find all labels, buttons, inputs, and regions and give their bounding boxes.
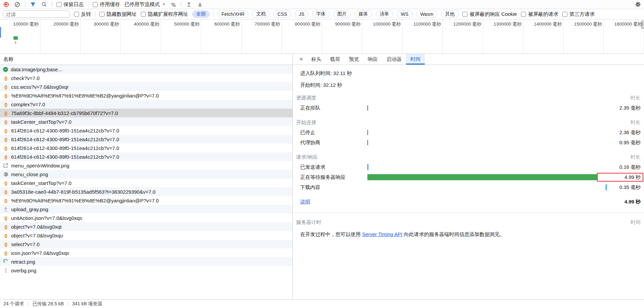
filter-chip-清单[interactable]: 清单 (376, 10, 393, 18)
timing-section-header: 请求/响应时长 (293, 152, 644, 162)
hide-data-urls-checkbox[interactable] (99, 12, 105, 17)
close-details-button[interactable]: × (295, 54, 307, 65)
clear-button[interactable] (14, 1, 21, 8)
name-column-label: 名称 (3, 56, 13, 63)
hide-extension-urls-checkbox[interactable] (141, 12, 146, 17)
request-row[interactable]: {}614f2614-c612-4300-89f0-151ea4c212cb?v… (0, 152, 292, 161)
invert-filter-checkbox[interactable] (74, 12, 79, 17)
filter-chip-Wasm[interactable]: Wasm (416, 10, 437, 18)
settings-button[interactable] (635, 1, 641, 8)
request-row[interactable]: {}icon.json?v=7.0&lsvg0xqv (0, 248, 292, 257)
request-row[interactable]: {}complex?v=7.0 (0, 100, 292, 109)
overview-ruler[interactable]: 100000 毫秒200000 毫秒300000 毫秒400000 毫秒5000… (0, 20, 644, 54)
network-filter-bar: 反转 隐藏数据网址 隐藏扩展程序网址 全部Fetch/XHR文档CSSJS字体图… (0, 9, 644, 20)
request-row[interactable]: {}614f2614-c612-4300-89f0-151ea4c212cb?v… (0, 135, 292, 144)
preserve-log-checkbox[interactable] (56, 2, 62, 7)
overview-time-label: 1300000 毫秒 (493, 21, 521, 27)
request-name: data:image/png;base... (11, 67, 62, 72)
overview-column: 900000 毫秒 (322, 20, 362, 53)
filter-chip-WS[interactable]: WS (397, 10, 413, 18)
request-row[interactable]: {}%E6%9D%A8%E9%87%91%E8%8E%B2@yangjinlia… (0, 196, 292, 205)
filter-chip-字体[interactable]: 字体 (312, 10, 330, 18)
blocked-cookies-checkbox[interactable] (462, 12, 468, 17)
overview-time-label: 500000 毫秒 (174, 21, 200, 27)
image-open-in-window-icon (3, 163, 8, 168)
request-row[interactable]: {}%E6%9D%A8%E9%87%91%E8%8E%B2@yangjinlia… (0, 91, 292, 100)
filter-chip-图片[interactable]: 图片 (333, 10, 351, 18)
filter-toggle-button[interactable] (30, 1, 36, 8)
timing-waterfall-zone (367, 140, 597, 146)
timing-row: 已停止2.36 毫秒 (293, 127, 644, 138)
tab-启动器[interactable]: 启动器 (382, 54, 406, 65)
request-row[interactable]: menu_openInWindow.png (0, 161, 292, 170)
request-row[interactable]: {}taskCenter_startTop?v=7.0 (0, 179, 292, 187)
tab-载荷[interactable]: 载荷 (326, 54, 345, 65)
duration-column-header: 时长 (597, 154, 644, 160)
filter-chip-其他[interactable]: 其他 (441, 10, 458, 18)
request-name: css.wcss?v=7.0&lsvg0xqr (11, 84, 69, 90)
overview-column: 1600000 毫秒 (604, 20, 644, 53)
toolbar-divider (88, 2, 88, 7)
tab-时间[interactable]: 时间 (406, 54, 425, 65)
image-close-icon: × (4, 172, 8, 177)
server-timing-api-link[interactable]: Server Timing API (362, 231, 402, 237)
request-name: menu_close.png (11, 171, 48, 177)
request-row[interactable]: upload_gray.png (0, 205, 292, 214)
overview-column: 600000 毫秒 (201, 20, 242, 53)
request-row[interactable]: retract.png (0, 257, 292, 266)
request-row[interactable]: {}75a69f3c-8bbf-4484-b312-cb795b670f72?v… (0, 109, 292, 117)
timing-footer: 说明 4.99 秒 (293, 197, 644, 207)
throttling-select[interactable]: 已停用节流模式 ▼ (124, 1, 165, 8)
import-har-button[interactable] (186, 1, 192, 8)
overview-column: 800000 毫秒 (282, 20, 322, 53)
request-row[interactable]: {}taskCenter_startTop?v=7.0 (0, 117, 292, 126)
request-row[interactable]: {}unitAction.json?v=7.0&lsvg0xqs (0, 214, 292, 222)
overview-column: 1100000 毫秒 (403, 20, 443, 53)
explanation-link[interactable]: 说明 (300, 199, 310, 204)
request-row[interactable]: {}614f2614-c612-4300-89f0-151ea4c212cb?v… (0, 126, 292, 135)
request-row[interactable]: {}object?v=7.0&lsvg0xqt (0, 222, 292, 231)
request-row[interactable]: {}614f2614-c612-4300-89f0-151ea4c212cb?v… (0, 144, 292, 152)
timing-value: 0.35 毫秒 (597, 184, 644, 191)
hide-extension-urls-label: 隐藏扩展程序网址 (148, 11, 188, 17)
disable-cache-checkbox[interactable] (93, 2, 98, 7)
tab-预览[interactable]: 预览 (345, 54, 363, 65)
name-column-header[interactable]: 名称 (0, 54, 292, 65)
request-row[interactable]: ✓data:image/png;base... (0, 65, 292, 74)
filter-chip-文档[interactable]: 文档 (252, 10, 270, 18)
queued-at-value: 32.11 秒 (333, 70, 352, 76)
request-row[interactable]: {}css.wcss?v=7.0&lsvg0xqr (0, 82, 292, 91)
third-party-checkbox[interactable] (562, 12, 567, 17)
request-row[interactable]: {}select?v=7.0 (0, 240, 292, 248)
blocked-requests-checkbox[interactable] (521, 12, 526, 17)
request-row[interactable]: {}check?v=7.0 (0, 74, 292, 82)
started-at-value: 32.12 秒 (323, 82, 342, 88)
request-row[interactable]: overbg.png (0, 266, 292, 275)
script-file-icon: {} (3, 224, 8, 229)
timing-value-text: 0.16 毫秒 (619, 164, 641, 170)
script-file-icon: {} (3, 128, 8, 133)
script-file-icon: {} (3, 75, 8, 81)
tab-标头[interactable]: 标头 (307, 54, 326, 65)
filter-chip-JS[interactable]: JS (295, 10, 308, 18)
request-name: %E6%9D%A8%E9%87%91%E8%8E%B2@yangjinlian@… (11, 198, 159, 203)
request-row[interactable]: {}object?v=7.0&lsvg0xqu (0, 231, 292, 240)
timing-value: 2.35 毫秒 (597, 105, 644, 111)
filter-chip-CSS[interactable]: CSS (273, 10, 291, 18)
filter-chip-全部[interactable]: 全部 (192, 10, 210, 18)
tab-响应[interactable]: 响应 (363, 54, 382, 65)
server-timing-description: 在开发过程中，您可以使用 Server Timing API 向此请求的服务器端… (300, 231, 644, 238)
record-button[interactable] (3, 1, 9, 8)
filter-chip-Fetch/XHR[interactable]: Fetch/XHR (217, 10, 248, 18)
request-name: object?v=7.0&lsvg0xqt (11, 224, 62, 230)
request-row[interactable]: ×menu_close.png (0, 170, 292, 179)
export-har-button[interactable] (197, 1, 203, 8)
overview-time-label: 1400000 毫秒 (534, 21, 562, 27)
request-row[interactable]: {}3a05318e-cae0-44b7-819f-b5135ad5f563?t… (0, 187, 292, 196)
overview-time-label: 1600000 毫秒 (614, 21, 642, 27)
filter-input[interactable] (3, 10, 70, 18)
network-conditions-button[interactable] (170, 1, 176, 8)
search-button[interactable] (41, 1, 47, 8)
filter-chip-媒体[interactable]: 媒体 (355, 10, 372, 18)
resources-size: 341 kB 项资源 (72, 301, 102, 307)
